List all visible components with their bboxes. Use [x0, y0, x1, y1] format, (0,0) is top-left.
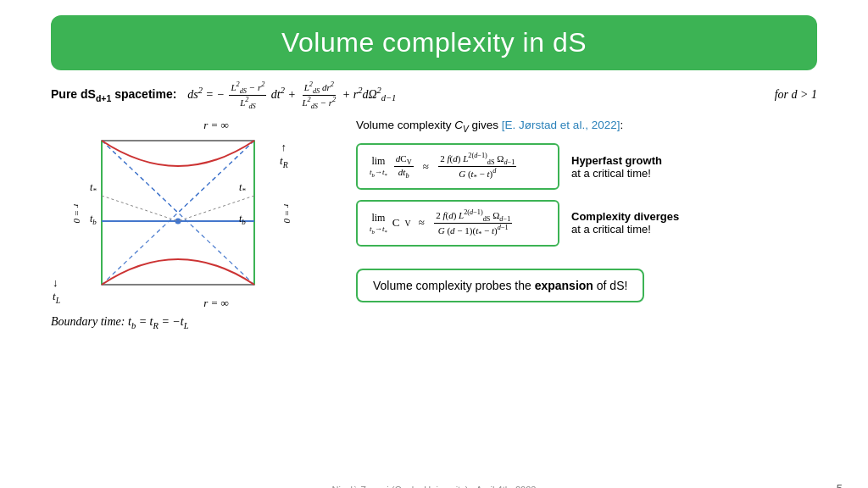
formula2-label: Complexity diverges at a critical time! [571, 210, 679, 236]
slide-title: Volume complexity in dS [281, 27, 587, 58]
right-panel: Volume complexity CV gives [E. Jørstad e… [356, 119, 817, 330]
citation: [E. Jørstad et al., 2022] [502, 119, 620, 131]
r-inf-top-label: r = ∞ [93, 119, 339, 132]
page-number: 5 [837, 482, 843, 488]
limit2-block: lim tb→t* [370, 212, 387, 235]
formula2-rhs: 2 f(d) L2(d−1)dS Ωd−1 G (d − 1)(t* − t)d… [434, 208, 512, 238]
boundary-time: Boundary time: tb = tR = −tL [51, 315, 339, 330]
svg-line-3 [102, 141, 178, 213]
t-b-left-label: tb [90, 213, 97, 226]
spacetime-formula: ds2 = − L2dS − r2 L2dS dt2 + L2dS dr2 L2… [181, 80, 396, 110]
highlight-box: Volume complexity probes the expansion o… [356, 269, 644, 302]
highlight-text-post: of dS! [593, 279, 627, 292]
formula1-sub-label: at a critical time! [571, 167, 662, 180]
svg-line-7 [102, 196, 178, 221]
r-zero-left-label: r = 0 [72, 203, 82, 223]
bottom-highlight-area: Volume complexity probes the expansion o… [356, 263, 817, 302]
cv-intro: Volume complexity CV gives [E. Jørstad e… [356, 119, 817, 134]
t-star-left-label: t* [90, 181, 97, 195]
footer: Nicolò Zenoni (Osaka University) - April… [0, 485, 868, 488]
t-L-label: ↓ tL [53, 276, 60, 305]
formula1-box: lim tb→t* dCV dtb ≈ 2 f(d) L2(d−1)dS Ωd−… [356, 143, 559, 190]
main-content: Pure dSd+1 spacetime: ds2 = − L2dS − r2 … [0, 80, 868, 330]
limit1-block: lim tb→t* [370, 155, 387, 178]
formula1-fraction: dCV dtb [394, 153, 414, 180]
spacetime-line: Pure dSd+1 spacetime: ds2 = − L2dS − r2 … [51, 80, 817, 110]
footer-text: Nicolò Zenoni (Osaka University) - April… [332, 485, 537, 488]
formula1-row: lim tb→t* dCV dtb ≈ 2 f(d) L2(d−1)dS Ωd−… [356, 143, 817, 190]
formula2-row: lim tb→t* CV ≈ 2 f(d) L2(d−1)dS Ωd−1 G (… [356, 200, 817, 247]
lower-section: r = ∞ [51, 119, 817, 330]
formula2-box: lim tb→t* CV ≈ 2 f(d) L2(d−1)dS Ωd−1 G (… [356, 200, 559, 247]
diagram-area: r = ∞ [51, 119, 339, 330]
formula1-label: Hyperfast growth at a critical time! [571, 154, 662, 180]
diagram-container: ↑ tR ↓ tL r = 0 r = 0 t* t* [51, 132, 314, 302]
highlight-bold-word: expansion [535, 279, 593, 292]
t-star-right-label: t* [239, 181, 246, 195]
t-R-label: ↑ tR [280, 141, 288, 169]
pure-label: Pure dSd+1 spacetime: [51, 87, 176, 103]
slide: Volume complexity in dS Pure dSd+1 space… [0, 15, 868, 488]
formula2-sub-label: at a critical time! [571, 223, 679, 236]
formula1-bold-label: Hyperfast growth [571, 154, 662, 167]
t-b-right-label: tb [239, 213, 246, 226]
r-zero-right-label: r = 0 [282, 203, 292, 223]
highlight-text-pre: Volume complexity probes the [373, 279, 535, 292]
title-bar: Volume complexity in dS [51, 15, 817, 70]
formula2-bold-label: Complexity diverges [571, 210, 679, 223]
formula1-rhs: 2 f(d) L2(d−1)dS Ωd−1 G (t* − t)d [438, 152, 516, 181]
for-d-condition: for d > 1 [694, 88, 817, 102]
svg-line-4 [178, 141, 254, 213]
